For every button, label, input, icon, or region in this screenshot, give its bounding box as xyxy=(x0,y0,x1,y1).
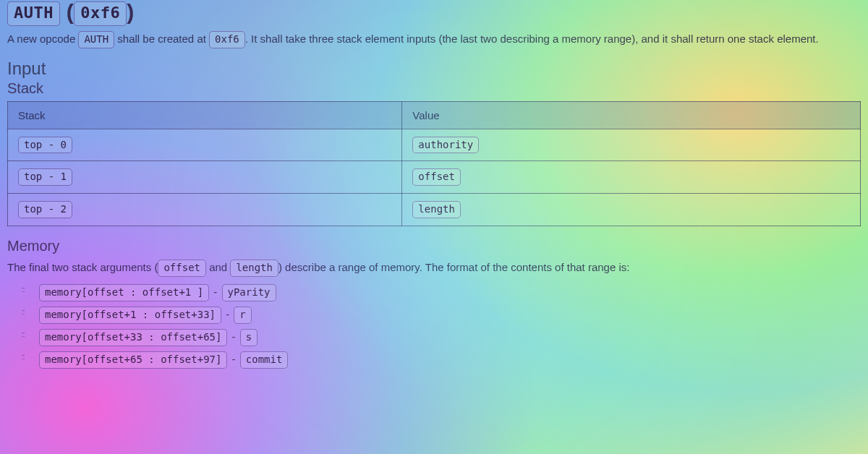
table-row: top - 1 offset xyxy=(8,161,861,194)
memory-list: memory[offset : offset+1 ] - yParity mem… xyxy=(27,283,861,372)
intro-code-auth: AUTH xyxy=(78,31,114,48)
intro-paragraph: A new opcode AUTH shall be created at 0x… xyxy=(7,30,861,48)
input-heading: Input xyxy=(7,59,861,79)
memory-paragraph: The final two stack arguments (offset an… xyxy=(7,259,861,277)
table-row: top - 2 length xyxy=(8,194,861,226)
page-title: AUTH (0xf6) xyxy=(7,0,861,26)
memory-label: r xyxy=(234,307,251,324)
memory-slice: memory[offset+33 : offset+65] xyxy=(39,329,227,346)
list-item: memory[offset+33 : offset+65] - s xyxy=(27,327,861,350)
stack-value: offset xyxy=(412,168,461,186)
stack-pos: top - 0 xyxy=(18,137,72,154)
stack-heading: Stack xyxy=(7,80,861,97)
memory-slice: memory[offset : offset+1 ] xyxy=(39,284,209,301)
memory-label: commit xyxy=(240,351,289,369)
stack-col-header: Stack xyxy=(8,101,402,129)
opcode-name-chip: AUTH xyxy=(7,1,60,26)
list-item: memory[offset : offset+1 ] - yParity xyxy=(27,283,861,305)
stack-table: Stack Value top - 0 authority top - 1 of… xyxy=(7,101,861,227)
value-col-header: Value xyxy=(402,101,861,129)
mem-code-length: length xyxy=(230,260,278,277)
mem-code-offset: offset xyxy=(158,260,206,277)
memory-label: s xyxy=(240,329,258,346)
stack-pos: top - 1 xyxy=(18,168,72,186)
list-item: memory[offset+65 : offset+97] - commit xyxy=(27,350,861,372)
stack-value: length xyxy=(412,201,461,218)
memory-slice: memory[offset+65 : offset+97] xyxy=(39,351,227,369)
stack-pos: top - 2 xyxy=(18,201,72,218)
stack-value: authority xyxy=(412,137,479,154)
intro-code-hex: 0xf6 xyxy=(209,31,245,48)
memory-label: yParity xyxy=(222,284,276,301)
memory-heading: Memory xyxy=(7,238,861,254)
memory-slice: memory[offset+1 : offset+33] xyxy=(39,307,221,324)
opcode-hex-chip: 0xf6 xyxy=(74,1,127,26)
table-row: top - 0 authority xyxy=(8,129,861,161)
list-item: memory[offset+1 : offset+33] - r xyxy=(27,305,861,327)
